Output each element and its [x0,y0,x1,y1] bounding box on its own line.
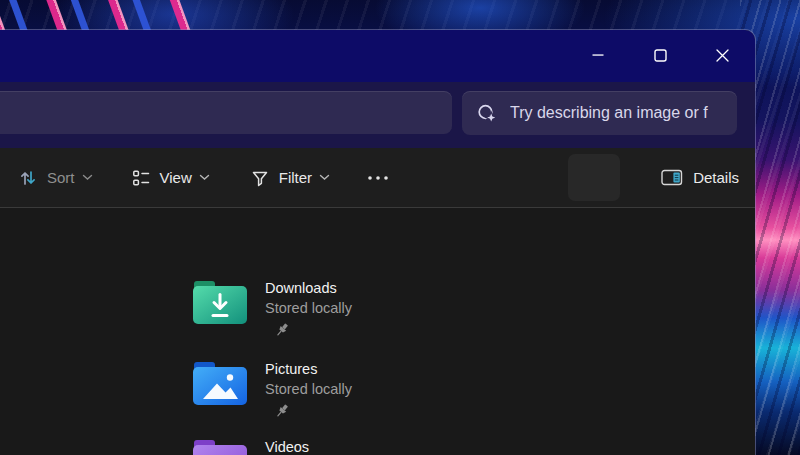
titlebar [0,30,755,82]
chevron-down-icon [199,174,210,181]
details-pane-icon [661,169,683,186]
list-item-videos[interactable]: Videos [192,437,309,455]
empty-toolbar-button[interactable] [568,154,620,201]
minimize-icon [592,49,604,61]
address-input[interactable] [0,91,452,134]
close-icon [716,49,729,62]
file-status: Stored locally [265,298,352,318]
chevron-down-icon [319,174,330,181]
minimize-button[interactable] [567,34,629,76]
view-label: View [160,169,192,186]
sort-button[interactable]: Sort [18,168,93,188]
sort-icon [18,168,38,188]
pictures-folder-icon [192,359,248,407]
view-icon [131,168,151,188]
toolbar: Sort View Filter [0,148,755,208]
search-input[interactable] [508,103,737,123]
pinned-icon [274,403,290,419]
close-button[interactable] [691,34,753,76]
details-label: Details [693,169,739,186]
file-status: Stored locally [265,379,352,399]
details-button[interactable]: Details [661,148,739,207]
chevron-down-icon [82,174,93,181]
file-explorer-window: Sort View Filter [0,30,755,455]
ai-search-icon [475,102,497,124]
filter-icon [250,168,270,188]
filter-button[interactable]: Filter [250,168,330,188]
file-name: Downloads [265,279,352,298]
command-bar [0,82,755,148]
file-list: Downloads Stored locally [0,208,755,455]
ellipsis-icon [366,175,390,181]
maximize-button[interactable] [629,34,691,76]
pinned-icon [274,322,290,338]
list-item-pictures[interactable]: Pictures Stored locally [192,359,352,419]
downloads-folder-icon [192,278,248,326]
ai-search-box[interactable] [462,91,737,135]
window-controls [567,34,753,76]
file-name: Pictures [265,360,352,379]
file-name: Videos [265,438,309,455]
videos-folder-icon [192,437,248,455]
filter-label: Filter [279,169,312,186]
more-options-button[interactable] [366,175,390,181]
list-item-downloads[interactable]: Downloads Stored locally [192,278,352,338]
sort-label: Sort [47,169,75,186]
maximize-icon [654,49,667,62]
view-button[interactable]: View [131,168,210,188]
